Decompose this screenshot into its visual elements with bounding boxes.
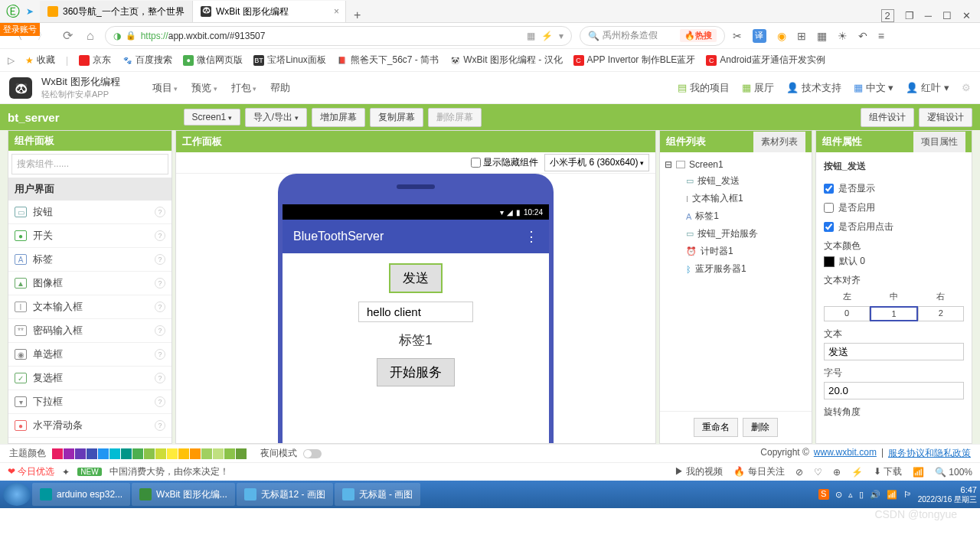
nav-support[interactable]: 👤技术支持 xyxy=(786,81,841,95)
import-export-button[interactable]: 导入/导出 xyxy=(245,108,307,127)
palette-item[interactable]: I文本输入框? xyxy=(8,295,172,319)
preview-label1[interactable]: 标签1 xyxy=(399,331,432,349)
palette-item[interactable]: A标签? xyxy=(8,248,172,272)
nav-user[interactable]: 👤红叶 ▾ xyxy=(906,81,949,95)
site-link[interactable]: www.wxbit.com xyxy=(814,447,877,460)
nav-refresh-icon[interactable]: ⟳ xyxy=(60,28,76,43)
today-picks[interactable]: ❤ 今日优选 xyxy=(8,465,54,478)
undo-icon[interactable]: ↶ xyxy=(858,30,867,42)
status-item[interactable]: ⚡ xyxy=(851,467,863,478)
theme-color-swatch[interactable] xyxy=(64,448,74,459)
bookmark-item[interactable]: 🐼WxBit 图形化编程 - 汉化 xyxy=(449,54,562,67)
window-minimize-icon[interactable]: ─ xyxy=(925,10,932,21)
screen-selector[interactable]: Screen1 xyxy=(184,109,240,126)
design-view-button[interactable]: 组件设计 xyxy=(861,108,914,127)
menu-help[interactable]: 帮助 xyxy=(270,81,290,95)
palette-item[interactable]: ▾下拉框? xyxy=(8,390,172,414)
theme-color-swatch[interactable] xyxy=(144,448,155,459)
category-header[interactable]: 用户界面 xyxy=(8,178,172,201)
news-ticker[interactable]: 中国消费大势，由你来决定！ xyxy=(109,465,229,478)
theme-color-swatch[interactable] xyxy=(109,448,120,459)
status-item[interactable]: 🔍 100% xyxy=(935,467,972,478)
tray-icon[interactable]: ▵ xyxy=(848,490,853,500)
help-icon[interactable]: ? xyxy=(155,302,165,312)
palette-item[interactable]: ◉单选框? xyxy=(8,343,172,367)
menu-package[interactable]: 打包 xyxy=(231,81,257,95)
close-tab-icon[interactable]: × xyxy=(334,6,339,17)
collapse-icon[interactable]: ⊟ xyxy=(665,159,672,170)
browser-search-input[interactable]: 🔍 禹州粉条造假 🔥热搜 xyxy=(580,26,725,46)
url-input[interactable]: ◑ 🔒 https://app.wxbit.com/#913507 ▦ ⚡ ▾ xyxy=(105,26,572,46)
logic-view-button[interactable]: 逻辑设计 xyxy=(919,108,972,127)
settings-icon[interactable]: ⚙ xyxy=(962,82,971,93)
prop-clickable[interactable]: 是否启用点击 xyxy=(824,217,964,236)
theme-color-swatch[interactable] xyxy=(52,448,63,459)
taskbar-item[interactable]: WxBit 图形化编... xyxy=(132,483,235,506)
status-item[interactable]: ⊘ xyxy=(795,467,803,478)
bookmark-item[interactable]: 京东 xyxy=(79,54,111,67)
tray-icon[interactable]: 🔊 xyxy=(870,490,880,500)
bookmark-item[interactable]: CAPP Invertor 制作BLE蓝牙 xyxy=(573,54,696,67)
privacy-link[interactable]: 服务协议和隐私政策 xyxy=(888,447,971,460)
prop-enabled[interactable]: 是否启用 xyxy=(824,198,964,217)
align-right[interactable]: 2 xyxy=(918,306,964,321)
tray-icon[interactable]: 📶 xyxy=(887,490,897,500)
palette-item[interactable]: ▭按钮? xyxy=(8,201,172,224)
theme-color-swatch[interactable] xyxy=(178,448,189,459)
tray-icon[interactable]: 🏳 xyxy=(903,490,912,499)
theme-color-swatch[interactable] xyxy=(121,448,132,459)
status-item[interactable]: ⊕ xyxy=(833,467,841,478)
theme-color-swatch[interactable] xyxy=(213,448,224,459)
device-selector[interactable]: 小米手机 6 (360x640) xyxy=(544,154,649,171)
qr-icon[interactable]: ▦ xyxy=(527,31,535,41)
nav-language[interactable]: ▦中文 ▾ xyxy=(854,81,894,95)
send-icon[interactable]: ➤ xyxy=(26,6,34,17)
help-icon[interactable]: ? xyxy=(155,373,165,383)
bookmark-item[interactable]: CAndroid蓝牙通信开发实例 xyxy=(706,54,825,67)
project-props-tab[interactable]: 项目属性 xyxy=(913,132,965,152)
status-item[interactable]: 🔥 每日关注 xyxy=(733,465,784,478)
more-icon[interactable]: ⋮ xyxy=(524,228,538,245)
bookmark-item[interactable]: 🐾百度搜索 xyxy=(122,54,172,67)
browser-tab-1[interactable]: 🐼 WxBit 图形化编程 × xyxy=(193,1,346,22)
new-tab-button[interactable]: + xyxy=(346,8,368,22)
window-restore-icon[interactable]: ❐ xyxy=(905,10,914,21)
palette-item[interactable]: ●垂直滑动条? xyxy=(8,438,172,443)
bookmark-item[interactable]: 📕熊爸天下_56c7 - 简书 xyxy=(337,54,439,67)
palette-item[interactable]: ●开关? xyxy=(8,224,172,248)
tray-icon[interactable]: ▯ xyxy=(859,490,864,500)
bookmarks-toggle-icon[interactable]: ▷ xyxy=(8,55,15,66)
status-item[interactable]: 📶 xyxy=(913,467,924,478)
palette-item[interactable]: ●水平滑动条? xyxy=(8,414,172,438)
apps-icon[interactable]: ▦ xyxy=(817,30,827,42)
color-swatch-icon[interactable] xyxy=(824,256,835,267)
theme-color-swatch[interactable] xyxy=(167,448,178,459)
theme-color-swatch[interactable] xyxy=(155,448,166,459)
status-item[interactable]: ♡ xyxy=(814,467,822,478)
delete-button[interactable]: 删除 xyxy=(743,418,778,437)
tree-item[interactable]: ▭按钮_发送 xyxy=(684,172,808,190)
taskbar-item[interactable]: 无标题 - 画图 xyxy=(335,483,421,506)
theme-color-swatch[interactable] xyxy=(87,448,97,459)
help-icon[interactable]: ? xyxy=(155,254,165,265)
scissors-icon[interactable]: ✂ xyxy=(733,30,742,42)
tree-item[interactable]: I文本输入框1 xyxy=(684,190,808,207)
palette-item[interactable]: **密码输入框? xyxy=(8,319,172,343)
prop-visible[interactable]: 是否显示 xyxy=(824,179,964,198)
translate-icon[interactable]: 译 xyxy=(753,29,766,43)
nav-home-icon[interactable]: ⌂ xyxy=(83,29,97,43)
sun-icon[interactable]: ☀ xyxy=(838,30,848,42)
align-center[interactable]: 1 xyxy=(870,306,917,321)
help-icon[interactable]: ? xyxy=(155,420,165,431)
add-screen-button[interactable]: 增加屏幕 xyxy=(312,108,365,127)
preview-button-start[interactable]: 开始服务 xyxy=(377,358,455,386)
palette-item[interactable]: ▲图像框? xyxy=(8,272,172,295)
preview-text-input[interactable] xyxy=(358,302,473,322)
palette-item[interactable]: ✓复选框? xyxy=(8,367,172,390)
start-button[interactable] xyxy=(3,483,31,506)
extension-icon[interactable]: ⊞ xyxy=(797,30,806,42)
help-icon[interactable]: ? xyxy=(155,325,165,336)
menu-icon[interactable]: ≡ xyxy=(878,30,884,42)
taskbar-item[interactable]: arduino esp32... xyxy=(32,483,130,506)
theme-color-swatch[interactable] xyxy=(224,448,235,459)
